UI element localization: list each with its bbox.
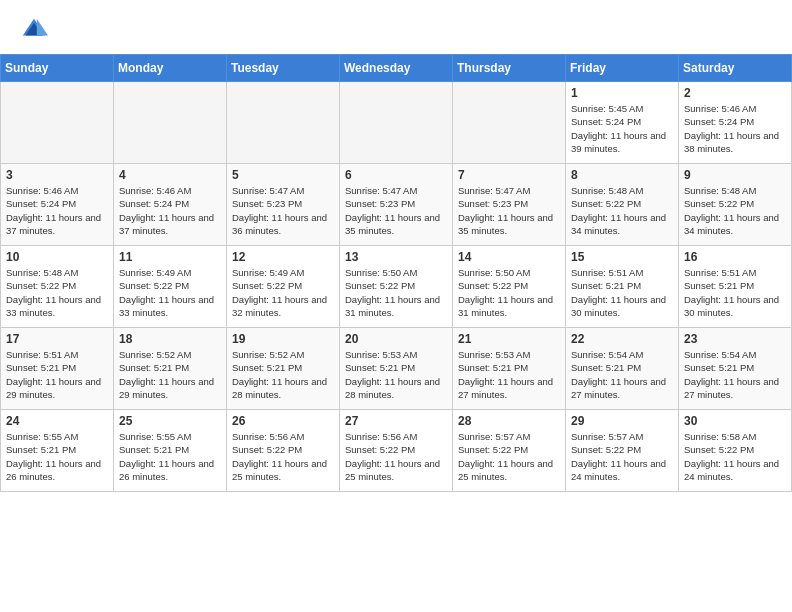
day-info: Sunrise: 5:52 AMSunset: 5:21 PMDaylight:… bbox=[232, 349, 327, 400]
calendar-week-2: 3Sunrise: 5:46 AMSunset: 5:24 PMDaylight… bbox=[1, 164, 792, 246]
day-number: 9 bbox=[684, 168, 786, 182]
calendar-cell bbox=[114, 82, 227, 164]
day-info: Sunrise: 5:46 AMSunset: 5:24 PMDaylight:… bbox=[6, 185, 101, 236]
calendar-cell: 1Sunrise: 5:45 AMSunset: 5:24 PMDaylight… bbox=[566, 82, 679, 164]
calendar-cell: 30Sunrise: 5:58 AMSunset: 5:22 PMDayligh… bbox=[679, 410, 792, 492]
day-info: Sunrise: 5:49 AMSunset: 5:22 PMDaylight:… bbox=[232, 267, 327, 318]
day-number: 5 bbox=[232, 168, 334, 182]
day-number: 14 bbox=[458, 250, 560, 264]
weekday-header-tuesday: Tuesday bbox=[227, 55, 340, 82]
calendar-cell: 9Sunrise: 5:48 AMSunset: 5:22 PMDaylight… bbox=[679, 164, 792, 246]
calendar-cell: 19Sunrise: 5:52 AMSunset: 5:21 PMDayligh… bbox=[227, 328, 340, 410]
page: SundayMondayTuesdayWednesdayThursdayFrid… bbox=[0, 0, 792, 492]
day-info: Sunrise: 5:50 AMSunset: 5:22 PMDaylight:… bbox=[345, 267, 440, 318]
weekday-header-friday: Friday bbox=[566, 55, 679, 82]
day-number: 21 bbox=[458, 332, 560, 346]
calendar-cell: 24Sunrise: 5:55 AMSunset: 5:21 PMDayligh… bbox=[1, 410, 114, 492]
day-info: Sunrise: 5:53 AMSunset: 5:21 PMDaylight:… bbox=[458, 349, 553, 400]
weekday-header-thursday: Thursday bbox=[453, 55, 566, 82]
calendar-cell: 27Sunrise: 5:56 AMSunset: 5:22 PMDayligh… bbox=[340, 410, 453, 492]
day-info: Sunrise: 5:58 AMSunset: 5:22 PMDaylight:… bbox=[684, 431, 779, 482]
day-number: 20 bbox=[345, 332, 447, 346]
calendar-cell: 2Sunrise: 5:46 AMSunset: 5:24 PMDaylight… bbox=[679, 82, 792, 164]
calendar-cell: 6Sunrise: 5:47 AMSunset: 5:23 PMDaylight… bbox=[340, 164, 453, 246]
calendar-cell: 16Sunrise: 5:51 AMSunset: 5:21 PMDayligh… bbox=[679, 246, 792, 328]
logo-icon bbox=[20, 16, 48, 44]
day-info: Sunrise: 5:46 AMSunset: 5:24 PMDaylight:… bbox=[684, 103, 779, 154]
weekday-header-sunday: Sunday bbox=[1, 55, 114, 82]
day-info: Sunrise: 5:49 AMSunset: 5:22 PMDaylight:… bbox=[119, 267, 214, 318]
calendar-cell: 10Sunrise: 5:48 AMSunset: 5:22 PMDayligh… bbox=[1, 246, 114, 328]
calendar-cell: 17Sunrise: 5:51 AMSunset: 5:21 PMDayligh… bbox=[1, 328, 114, 410]
day-number: 3 bbox=[6, 168, 108, 182]
day-number: 23 bbox=[684, 332, 786, 346]
calendar-cell: 12Sunrise: 5:49 AMSunset: 5:22 PMDayligh… bbox=[227, 246, 340, 328]
day-info: Sunrise: 5:56 AMSunset: 5:22 PMDaylight:… bbox=[345, 431, 440, 482]
calendar-table: SundayMondayTuesdayWednesdayThursdayFrid… bbox=[0, 54, 792, 492]
calendar-cell: 5Sunrise: 5:47 AMSunset: 5:23 PMDaylight… bbox=[227, 164, 340, 246]
day-number: 13 bbox=[345, 250, 447, 264]
day-number: 11 bbox=[119, 250, 221, 264]
day-info: Sunrise: 5:48 AMSunset: 5:22 PMDaylight:… bbox=[571, 185, 666, 236]
calendar-cell: 20Sunrise: 5:53 AMSunset: 5:21 PMDayligh… bbox=[340, 328, 453, 410]
day-info: Sunrise: 5:48 AMSunset: 5:22 PMDaylight:… bbox=[6, 267, 101, 318]
day-info: Sunrise: 5:53 AMSunset: 5:21 PMDaylight:… bbox=[345, 349, 440, 400]
day-number: 19 bbox=[232, 332, 334, 346]
day-number: 17 bbox=[6, 332, 108, 346]
calendar-week-3: 10Sunrise: 5:48 AMSunset: 5:22 PMDayligh… bbox=[1, 246, 792, 328]
day-info: Sunrise: 5:51 AMSunset: 5:21 PMDaylight:… bbox=[571, 267, 666, 318]
day-number: 29 bbox=[571, 414, 673, 428]
calendar-week-5: 24Sunrise: 5:55 AMSunset: 5:21 PMDayligh… bbox=[1, 410, 792, 492]
day-number: 16 bbox=[684, 250, 786, 264]
calendar-cell: 23Sunrise: 5:54 AMSunset: 5:21 PMDayligh… bbox=[679, 328, 792, 410]
day-info: Sunrise: 5:46 AMSunset: 5:24 PMDaylight:… bbox=[119, 185, 214, 236]
day-info: Sunrise: 5:47 AMSunset: 5:23 PMDaylight:… bbox=[232, 185, 327, 236]
calendar-cell: 21Sunrise: 5:53 AMSunset: 5:21 PMDayligh… bbox=[453, 328, 566, 410]
logo bbox=[20, 16, 52, 44]
calendar-cell: 29Sunrise: 5:57 AMSunset: 5:22 PMDayligh… bbox=[566, 410, 679, 492]
day-number: 6 bbox=[345, 168, 447, 182]
calendar-cell: 18Sunrise: 5:52 AMSunset: 5:21 PMDayligh… bbox=[114, 328, 227, 410]
day-info: Sunrise: 5:47 AMSunset: 5:23 PMDaylight:… bbox=[458, 185, 553, 236]
day-info: Sunrise: 5:56 AMSunset: 5:22 PMDaylight:… bbox=[232, 431, 327, 482]
day-number: 1 bbox=[571, 86, 673, 100]
weekday-header-monday: Monday bbox=[114, 55, 227, 82]
day-info: Sunrise: 5:51 AMSunset: 5:21 PMDaylight:… bbox=[6, 349, 101, 400]
day-info: Sunrise: 5:55 AMSunset: 5:21 PMDaylight:… bbox=[119, 431, 214, 482]
day-number: 28 bbox=[458, 414, 560, 428]
day-info: Sunrise: 5:51 AMSunset: 5:21 PMDaylight:… bbox=[684, 267, 779, 318]
weekday-header-wednesday: Wednesday bbox=[340, 55, 453, 82]
day-number: 10 bbox=[6, 250, 108, 264]
day-info: Sunrise: 5:48 AMSunset: 5:22 PMDaylight:… bbox=[684, 185, 779, 236]
calendar-week-4: 17Sunrise: 5:51 AMSunset: 5:21 PMDayligh… bbox=[1, 328, 792, 410]
day-number: 30 bbox=[684, 414, 786, 428]
calendar-cell: 13Sunrise: 5:50 AMSunset: 5:22 PMDayligh… bbox=[340, 246, 453, 328]
calendar-cell bbox=[340, 82, 453, 164]
day-number: 27 bbox=[345, 414, 447, 428]
calendar-cell bbox=[1, 82, 114, 164]
day-info: Sunrise: 5:55 AMSunset: 5:21 PMDaylight:… bbox=[6, 431, 101, 482]
day-number: 12 bbox=[232, 250, 334, 264]
calendar-cell: 8Sunrise: 5:48 AMSunset: 5:22 PMDaylight… bbox=[566, 164, 679, 246]
calendar-cell bbox=[453, 82, 566, 164]
calendar-cell: 25Sunrise: 5:55 AMSunset: 5:21 PMDayligh… bbox=[114, 410, 227, 492]
day-number: 18 bbox=[119, 332, 221, 346]
calendar-cell: 3Sunrise: 5:46 AMSunset: 5:24 PMDaylight… bbox=[1, 164, 114, 246]
day-number: 26 bbox=[232, 414, 334, 428]
day-info: Sunrise: 5:52 AMSunset: 5:21 PMDaylight:… bbox=[119, 349, 214, 400]
day-number: 24 bbox=[6, 414, 108, 428]
calendar-cell: 22Sunrise: 5:54 AMSunset: 5:21 PMDayligh… bbox=[566, 328, 679, 410]
svg-marker-2 bbox=[37, 19, 48, 36]
day-number: 25 bbox=[119, 414, 221, 428]
calendar-cell bbox=[227, 82, 340, 164]
header bbox=[0, 0, 792, 54]
day-info: Sunrise: 5:54 AMSunset: 5:21 PMDaylight:… bbox=[571, 349, 666, 400]
calendar-cell: 4Sunrise: 5:46 AMSunset: 5:24 PMDaylight… bbox=[114, 164, 227, 246]
day-number: 2 bbox=[684, 86, 786, 100]
calendar-cell: 26Sunrise: 5:56 AMSunset: 5:22 PMDayligh… bbox=[227, 410, 340, 492]
day-number: 8 bbox=[571, 168, 673, 182]
day-info: Sunrise: 5:54 AMSunset: 5:21 PMDaylight:… bbox=[684, 349, 779, 400]
calendar-cell: 7Sunrise: 5:47 AMSunset: 5:23 PMDaylight… bbox=[453, 164, 566, 246]
weekday-header-row: SundayMondayTuesdayWednesdayThursdayFrid… bbox=[1, 55, 792, 82]
day-info: Sunrise: 5:50 AMSunset: 5:22 PMDaylight:… bbox=[458, 267, 553, 318]
